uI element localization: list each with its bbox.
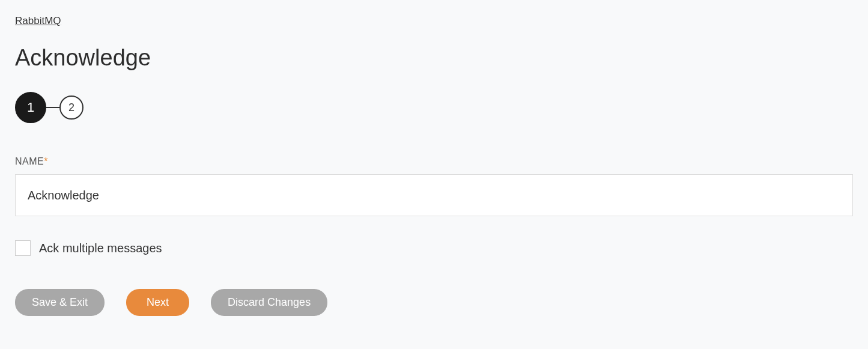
name-field-group: NAME* [15,156,853,216]
step-1[interactable]: 1 [15,92,46,123]
save-exit-button[interactable]: Save & Exit [15,289,105,316]
required-mark: * [44,156,48,166]
ack-multiple-label: Ack multiple messages [39,241,162,255]
ack-multiple-checkbox[interactable] [15,240,31,256]
discard-button[interactable]: Discard Changes [211,289,327,316]
breadcrumb-link[interactable]: RabbitMQ [15,15,61,27]
name-input[interactable] [15,174,853,216]
name-label-text: NAME [15,156,44,166]
next-button[interactable]: Next [126,289,189,316]
stepper: 1 2 [15,92,853,123]
step-2[interactable]: 2 [59,96,83,120]
step-connector [46,107,59,108]
ack-multiple-group: Ack multiple messages [15,240,853,256]
name-label: NAME* [15,156,853,167]
button-row: Save & Exit Next Discard Changes [15,289,853,316]
page-title: Acknowledge [15,45,853,71]
